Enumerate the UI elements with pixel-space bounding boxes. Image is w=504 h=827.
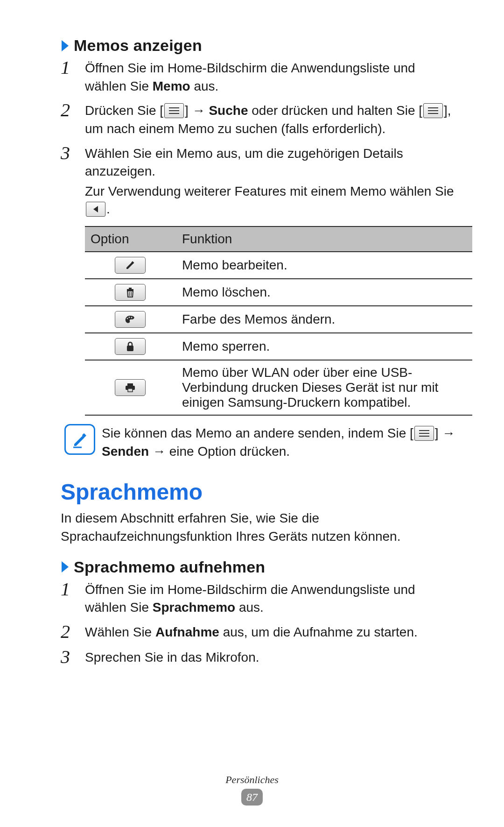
svg-rect-17: [127, 383, 133, 386]
table-row: Memo löschen.: [85, 279, 472, 306]
printer-icon: [115, 379, 146, 396]
text: → eine Option drücken.: [149, 444, 290, 459]
subheading-text: Memos anzeigen: [74, 36, 202, 55]
step-1: 1 Öffnen Sie im Home-Bildschirm die Anwe…: [61, 581, 460, 617]
step-body: Öffnen Sie im Home-Bildschirm die Anwend…: [85, 581, 460, 617]
funktion-cell: Farbe des Memos ändern.: [176, 306, 472, 333]
menu-button-icon: [164, 103, 184, 118]
svg-rect-16: [127, 346, 133, 351]
chevron-right-icon: [61, 560, 70, 574]
step-body: Drücken Sie [] → Suche oder drücken und …: [85, 102, 460, 138]
text-bold: Suche: [209, 103, 248, 118]
funktion-cell: Memo bearbeiten.: [176, 252, 472, 279]
th-funktion: Funktion: [176, 226, 472, 252]
svg-rect-3: [169, 113, 179, 114]
options-table: Option Funktion Memo bearbeiten.: [85, 226, 472, 416]
svg-rect-6: [428, 113, 438, 114]
svg-rect-23: [419, 433, 429, 434]
option-cell: [85, 333, 176, 360]
svg-marker-0: [62, 40, 69, 51]
step-body: Sprechen Sie in das Mikrofon.: [85, 649, 460, 667]
svg-marker-25: [62, 561, 69, 573]
svg-marker-7: [93, 206, 98, 212]
svg-rect-10: [129, 288, 132, 289]
text: Drücken Sie [: [85, 103, 163, 118]
text: Sie können das Memo an andere senden, in…: [102, 426, 413, 440]
step-3: 3 Sprechen Sie in das Mikrofon.: [61, 649, 460, 667]
menu-button-icon: [423, 103, 443, 118]
table-header-row: Option Funktion: [85, 226, 472, 252]
subheading-sprachmemo-aufnehmen: Sprachmemo aufnehmen: [61, 558, 460, 576]
svg-rect-22: [419, 430, 429, 431]
note-badge-icon: [64, 424, 95, 455]
step-number: 1: [61, 580, 85, 599]
funktion-cell: Memo über WLAN oder über eine USB-Verbin…: [176, 360, 472, 415]
table-row: Memo sperren.: [85, 333, 472, 360]
note-box: Sie können das Memo an andere senden, in…: [64, 424, 460, 460]
page-number: 87: [241, 789, 263, 806]
option-cell: [85, 252, 176, 279]
step-2: 2 Wählen Sie Aufnahme aus, um die Aufnah…: [61, 623, 460, 642]
steps-memos-anzeigen: 1 Öffnen Sie im Home-Bildschirm die Anwe…: [61, 59, 460, 181]
note-text: Sie können das Memo an andere senden, in…: [102, 424, 455, 460]
funktion-cell: Memo sperren.: [176, 333, 472, 360]
step-number: 2: [61, 622, 85, 641]
svg-rect-19: [128, 389, 133, 392]
step-body: Wählen Sie Aufnahme aus, um die Aufnahme…: [85, 623, 460, 642]
section-heading-sprachmemo: Sprachmemo: [61, 479, 460, 505]
table-row: Farbe des Memos ändern.: [85, 306, 472, 333]
text: Wählen Sie ein Memo aus, um die zugehöri…: [85, 146, 403, 179]
chevron-right-icon: [61, 39, 70, 53]
text: Zur Verwendung weiterer Features mit ein…: [85, 184, 454, 198]
funktion-cell: Memo löschen.: [176, 279, 472, 306]
svg-rect-2: [169, 110, 179, 111]
step-3: 3 Wählen Sie ein Memo aus, um die zugehö…: [61, 145, 460, 181]
menu-button-icon: [414, 426, 434, 441]
steps-sprachmemo: 1 Öffnen Sie im Home-Bildschirm die Anwe…: [61, 581, 460, 667]
svg-rect-4: [428, 107, 438, 108]
text-bold: Sprachmemo: [153, 600, 235, 615]
th-option: Option: [85, 226, 176, 252]
page-footer: Persönliches 87: [0, 774, 504, 806]
table-row: Memo bearbeiten.: [85, 252, 472, 279]
step-1: 1 Öffnen Sie im Home-Bildschirm die Anwe…: [61, 59, 460, 95]
text: Öffnen Sie im Home-Bildschirm die Anwend…: [85, 61, 415, 93]
text-bold: Senden: [102, 444, 149, 459]
trash-icon: [115, 284, 146, 301]
text: .: [106, 202, 110, 216]
svg-rect-24: [419, 436, 429, 437]
lock-icon: [115, 338, 146, 355]
table-row: Memo über WLAN oder über eine USB-Verbin…: [85, 360, 472, 415]
step-body: Öffnen Sie im Home-Bildschirm die Anwend…: [85, 59, 460, 95]
text-bold: Aufnahme: [155, 625, 219, 639]
edit-icon: [115, 257, 146, 274]
step-2: 2 Drücken Sie [] → Suche oder drücken un…: [61, 102, 460, 138]
manual-page: Memos anzeigen 1 Öffnen Sie im Home-Bild…: [0, 0, 504, 827]
subheading-memos-anzeigen: Memos anzeigen: [61, 36, 460, 55]
text: aus.: [190, 79, 219, 93]
subheading-text: Sprachmemo aufnehmen: [74, 558, 265, 576]
svg-rect-1: [169, 107, 179, 108]
back-triangle-icon: [86, 202, 105, 217]
option-cell: [85, 306, 176, 333]
footer-category: Persönliches: [0, 774, 504, 786]
text: Wählen Sie: [85, 625, 155, 639]
step-number: 3: [61, 144, 85, 163]
text: aus.: [235, 600, 264, 615]
text-bold: Memo: [153, 79, 190, 93]
step-body: Wählen Sie ein Memo aus, um die zugehöri…: [85, 145, 460, 181]
step-number: 2: [61, 101, 85, 120]
option-cell: [85, 360, 176, 415]
step-number: 3: [61, 648, 85, 666]
svg-point-13: [127, 318, 128, 319]
svg-point-15: [131, 317, 133, 318]
option-cell: [85, 279, 176, 306]
svg-rect-5: [428, 110, 438, 111]
text: ] →: [435, 426, 455, 440]
section-intro: In diesem Abschnitt erfahren Sie, wie Si…: [61, 509, 460, 545]
svg-rect-9: [127, 289, 133, 290]
step-3-extra: Zur Verwendung weiterer Features mit ein…: [85, 183, 460, 219]
text: oder drücken und halten Sie [: [248, 103, 422, 118]
palette-icon: [115, 311, 146, 328]
text: aus, um die Aufnahme zu starten.: [219, 625, 418, 639]
